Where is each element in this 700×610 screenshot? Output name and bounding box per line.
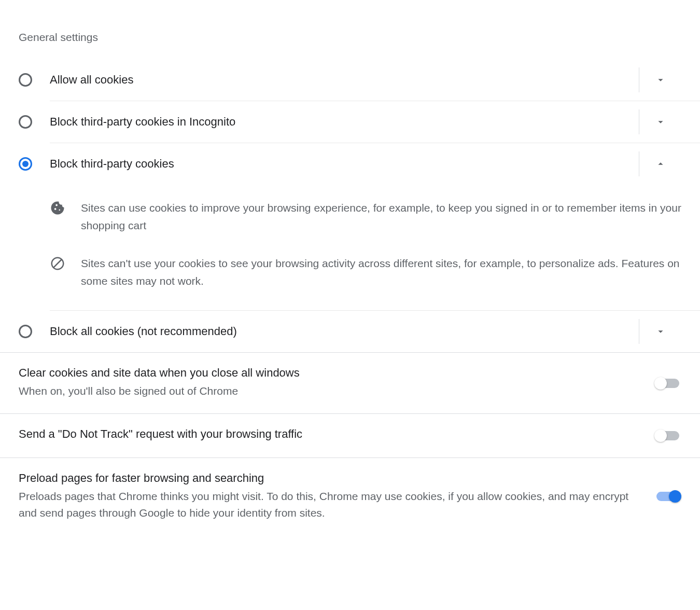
detail-item: Sites can't use your cookies to see your… — [0, 244, 700, 300]
toggle-title: Clear cookies and site data when you clo… — [19, 366, 642, 380]
toggle-subtitle: When on, you'll also be signed out of Ch… — [19, 383, 642, 400]
radio-unchecked-icon — [19, 73, 32, 87]
toggle-switch[interactable] — [654, 429, 681, 442]
option-label: Allow all cookies — [50, 73, 633, 87]
option-block-third-party-incognito[interactable]: Block third-party cookies in Incognito — [0, 101, 700, 143]
section-title: General settings — [0, 31, 700, 59]
chevron-down-icon — [655, 116, 666, 128]
detail-text: Sites can use cookies to improve your br… — [81, 199, 681, 234]
toggle-thumb — [654, 429, 667, 442]
cookie-icon — [50, 200, 65, 216]
toggle-text: Preload pages for faster browsing and se… — [19, 472, 642, 522]
toggle-text: Send a "Do Not Track" request with your … — [19, 427, 642, 444]
toggle-switch[interactable] — [654, 490, 681, 503]
radio-unchecked-icon — [19, 115, 32, 129]
radio-checked-icon — [19, 157, 32, 171]
toggle-title: Send a "Do Not Track" request with your … — [19, 427, 642, 441]
collapse-button[interactable] — [639, 151, 681, 176]
chevron-down-icon — [655, 74, 666, 86]
toggle-switch[interactable] — [654, 377, 681, 390]
toggle-do-not-track: Send a "Do Not Track" request with your … — [0, 414, 700, 457]
expand-button[interactable] — [639, 109, 681, 134]
chevron-up-icon — [655, 158, 666, 170]
option-block-all-cookies[interactable]: Block all cookies (not recommended) — [0, 311, 700, 352]
option-block-third-party[interactable]: Block third-party cookies — [0, 143, 700, 185]
option-label: Block all cookies (not recommended) — [50, 325, 633, 338]
option-allow-all-cookies[interactable]: Allow all cookies — [0, 59, 700, 101]
toggle-subtitle: Preloads pages that Chrome thinks you mi… — [19, 488, 642, 522]
toggle-clear-cookies-on-close: Clear cookies and site data when you clo… — [0, 353, 700, 413]
block-icon — [50, 256, 65, 271]
option-label: Block third-party cookies in Incognito — [50, 115, 633, 129]
detail-text: Sites can't use your cookies to see your… — [81, 255, 681, 289]
toggle-title: Preload pages for faster browsing and se… — [19, 472, 642, 485]
general-settings-section: General settings Allow all cookies Block… — [0, 0, 700, 556]
toggle-preload-pages: Preload pages for faster browsing and se… — [0, 458, 700, 535]
expand-button[interactable] — [639, 67, 681, 92]
expand-button[interactable] — [639, 319, 681, 344]
toggle-thumb — [669, 490, 681, 503]
toggle-thumb — [654, 377, 667, 390]
option-label: Block third-party cookies — [50, 157, 633, 171]
option-details: Sites can use cookies to improve your br… — [0, 185, 700, 310]
toggle-text: Clear cookies and site data when you clo… — [19, 366, 642, 400]
chevron-down-icon — [655, 326, 666, 337]
radio-unchecked-icon — [19, 325, 32, 338]
detail-item: Sites can use cookies to improve your br… — [0, 189, 700, 244]
